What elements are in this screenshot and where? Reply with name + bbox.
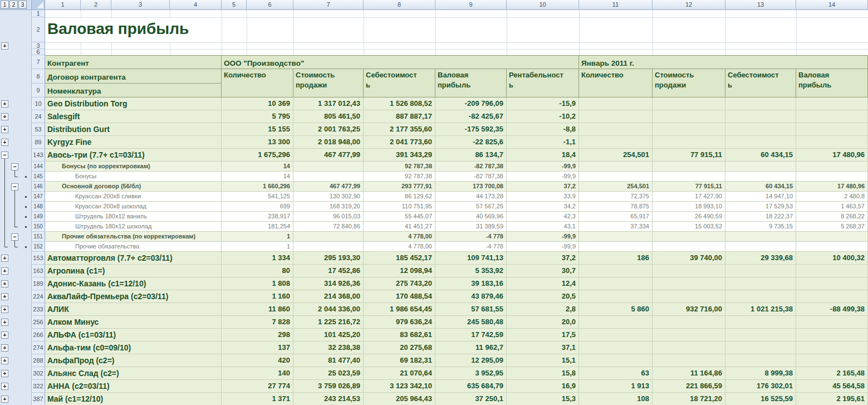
row-label-cell[interactable]: АЛИК <box>45 303 222 316</box>
value-cell[interactable]: 16,9 <box>507 380 579 393</box>
value-cell[interactable]: 699 <box>222 202 293 212</box>
value-cell[interactable]: 63 <box>579 367 653 380</box>
row-label-cell[interactable]: Адонис-Казань (с1=12/10) <box>45 277 222 290</box>
value-cell[interactable]: 39 740,00 <box>653 252 725 265</box>
value-cell[interactable]: -99,9 <box>507 162 579 172</box>
value-cell[interactable]: 15 155 <box>222 123 293 136</box>
row-header[interactable]: 152 <box>32 242 45 252</box>
row-header[interactable]: 233 <box>32 303 45 316</box>
value-cell[interactable]: 11 164,86 <box>653 367 725 380</box>
column-header[interactable]: 4 <box>170 0 222 10</box>
expand-button[interactable]: + <box>1 42 8 50</box>
column-header[interactable]: 3 <box>111 0 170 10</box>
value-cell[interactable]: 83 682,61 <box>364 329 435 341</box>
value-cell[interactable]: 13 300 <box>222 136 293 149</box>
row-label-cell[interactable]: Основной договор (56/бл) <box>45 182 222 192</box>
value-cell[interactable]: 12 098,94 <box>364 265 435 277</box>
value-cell[interactable]: 42,3 <box>507 212 579 222</box>
value-cell[interactable]: 33,9 <box>507 192 579 202</box>
value-cell[interactable]: 78,875 <box>579 202 653 212</box>
value-cell[interactable]: 17 480,96 <box>796 149 868 162</box>
value-cell[interactable]: 467 477,99 <box>293 149 364 162</box>
value-cell[interactable]: 15,1 <box>507 354 579 367</box>
value-cell[interactable]: 77 915,11 <box>653 149 725 162</box>
value-cell[interactable]: 541,125 <box>222 192 293 202</box>
measure-header[interactable]: Себестоимост ь <box>725 69 796 97</box>
value-cell[interactable] <box>725 242 796 252</box>
row-label-cell[interactable]: Автоматторговля (7.7+ с2=03/11) <box>45 252 222 265</box>
collapse-button[interactable]: − <box>11 233 18 241</box>
row-header[interactable]: 302 <box>32 367 45 380</box>
value-cell[interactable] <box>293 162 364 172</box>
value-cell[interactable] <box>796 97 868 110</box>
expand-button[interactable]: + <box>1 126 8 133</box>
value-cell[interactable]: 4 778,00 <box>364 232 435 242</box>
value-cell[interactable] <box>293 172 364 182</box>
value-cell[interactable]: 8 999,38 <box>725 367 796 380</box>
expand-button[interactable]: + <box>1 396 8 403</box>
value-cell[interactable]: 130 302,90 <box>293 192 364 202</box>
value-cell[interactable]: 20,0 <box>507 316 579 329</box>
value-cell[interactable]: 27 774 <box>222 380 293 393</box>
value-cell[interactable]: -82 787,38 <box>435 162 507 172</box>
column-header[interactable]: 7 <box>293 0 364 10</box>
value-cell[interactable]: 805 461,50 <box>293 110 364 123</box>
value-cell[interactable]: 15 003,52 <box>653 222 725 232</box>
row-label-cell[interactable]: Geo Distribution Torg <box>45 97 222 110</box>
value-cell[interactable] <box>579 136 653 149</box>
value-cell[interactable]: 3 952,95 <box>435 367 507 380</box>
value-cell[interactable] <box>796 123 868 136</box>
value-cell[interactable] <box>579 97 653 110</box>
expand-button[interactable]: + <box>1 383 8 390</box>
value-cell[interactable]: 214 368,00 <box>293 290 364 303</box>
value-cell[interactable] <box>725 316 796 329</box>
value-cell[interactable]: 26 490,59 <box>653 212 725 222</box>
value-cell[interactable]: 110 751,95 <box>364 202 435 212</box>
value-cell[interactable] <box>579 232 653 242</box>
value-cell[interactable]: 43 879,46 <box>435 290 507 303</box>
outline-level-3-button[interactable]: 3 <box>18 1 27 9</box>
value-cell[interactable]: 5 268,37 <box>796 222 868 232</box>
value-cell[interactable]: 39 183,16 <box>435 277 507 290</box>
value-cell[interactable]: 1 225 216,72 <box>293 316 364 329</box>
value-cell[interactable]: 17 452,86 <box>293 265 364 277</box>
value-cell[interactable] <box>653 329 725 341</box>
value-cell[interactable]: 635 684,79 <box>435 380 507 393</box>
row-header[interactable]: 8 <box>32 69 45 84</box>
value-cell[interactable]: -82 787,38 <box>435 172 507 182</box>
value-cell[interactable] <box>796 341 868 354</box>
row-label-cell[interactable]: Алком Минус <box>45 316 222 329</box>
value-cell[interactable]: 8 268,22 <box>796 212 868 222</box>
collapse-button[interactable]: − <box>11 163 18 170</box>
expand-button[interactable]: + <box>1 344 8 352</box>
value-cell[interactable]: -99,9 <box>507 232 579 242</box>
value-cell[interactable] <box>653 232 725 242</box>
row-header[interactable]: 163 <box>32 265 45 277</box>
value-cell[interactable]: 41 451,27 <box>364 222 435 232</box>
row-label-cell[interactable]: АкваЛайф-Премьера (с2=03/11) <box>45 290 222 303</box>
value-cell[interactable]: 467 477,99 <box>293 182 364 192</box>
value-cell[interactable]: 30,7 <box>507 265 579 277</box>
value-cell[interactable]: 1 808 <box>222 277 293 290</box>
value-cell[interactable]: -175 592,35 <box>435 123 507 136</box>
header-band-january-2011[interactable]: Январь 2011 г. <box>579 55 868 69</box>
value-cell[interactable]: 80 <box>222 265 293 277</box>
value-cell[interactable]: 1 021 215,38 <box>725 303 796 316</box>
value-cell[interactable]: 205 964,43 <box>364 393 435 405</box>
value-cell[interactable] <box>796 232 868 242</box>
value-cell[interactable] <box>653 316 725 329</box>
expand-button[interactable]: + <box>1 357 8 364</box>
value-cell[interactable] <box>725 329 796 341</box>
value-cell[interactable] <box>653 172 725 182</box>
value-cell[interactable]: 14 <box>222 172 293 182</box>
value-cell[interactable]: 15,8 <box>507 367 579 380</box>
value-cell[interactable]: 43,1 <box>507 222 579 232</box>
header-nomenclature[interactable]: Номенклатура <box>45 84 222 97</box>
row-header[interactable]: 143 <box>32 149 45 162</box>
value-cell[interactable] <box>796 172 868 182</box>
value-cell[interactable]: 1 913 <box>579 380 653 393</box>
value-cell[interactable]: 92 787,38 <box>364 162 435 172</box>
column-header[interactable]: 10 <box>507 0 579 10</box>
value-cell[interactable] <box>653 242 725 252</box>
row-header[interactable]: 144 <box>32 162 45 172</box>
